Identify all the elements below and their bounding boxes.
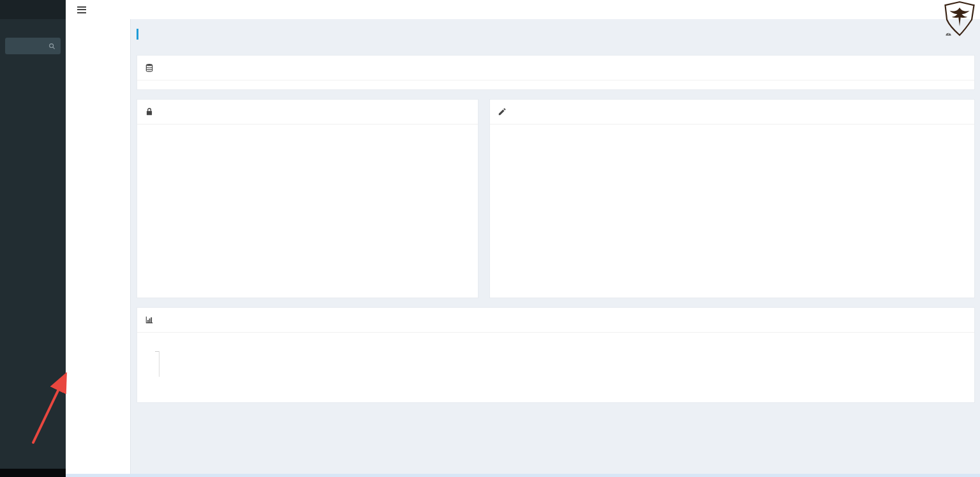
bar-chart-icon xyxy=(145,315,154,324)
sidebar-quick-icons xyxy=(0,19,66,31)
main-content xyxy=(131,19,980,477)
function-list xyxy=(66,19,131,477)
content-header xyxy=(137,24,975,44)
bottom-highlight-strip xyxy=(66,474,980,477)
sidebar-search xyxy=(5,38,61,54)
sidebar-toggle-button[interactable] xyxy=(73,1,90,19)
trend-panel xyxy=(137,307,975,403)
panel-header xyxy=(137,308,974,333)
todo-panel xyxy=(489,99,975,298)
title-accent-bar xyxy=(137,29,138,40)
eagle-logo-icon xyxy=(943,1,976,36)
sidebar-footer xyxy=(0,469,66,477)
panel-header xyxy=(490,100,974,125)
panel-header xyxy=(137,100,478,125)
topbar xyxy=(0,0,980,19)
trend-chart xyxy=(137,333,974,402)
pencil-icon xyxy=(498,107,507,116)
database-icon xyxy=(145,63,154,72)
system-data-panel xyxy=(137,55,975,90)
search-icon[interactable] xyxy=(48,43,56,50)
y-axis-line xyxy=(159,351,160,377)
auth-panel xyxy=(137,99,479,298)
data-table xyxy=(137,80,974,89)
function-list-header xyxy=(66,19,130,43)
lock-icon xyxy=(145,107,154,116)
search-input[interactable] xyxy=(10,41,48,51)
nav-section-label xyxy=(0,57,66,67)
quick-section-label xyxy=(0,67,66,77)
auth-info-list xyxy=(137,125,478,139)
function-list-items xyxy=(66,43,130,477)
watermark xyxy=(943,1,977,36)
panel-header xyxy=(137,56,974,80)
sidebar xyxy=(0,19,66,477)
app-logo[interactable] xyxy=(0,0,66,19)
